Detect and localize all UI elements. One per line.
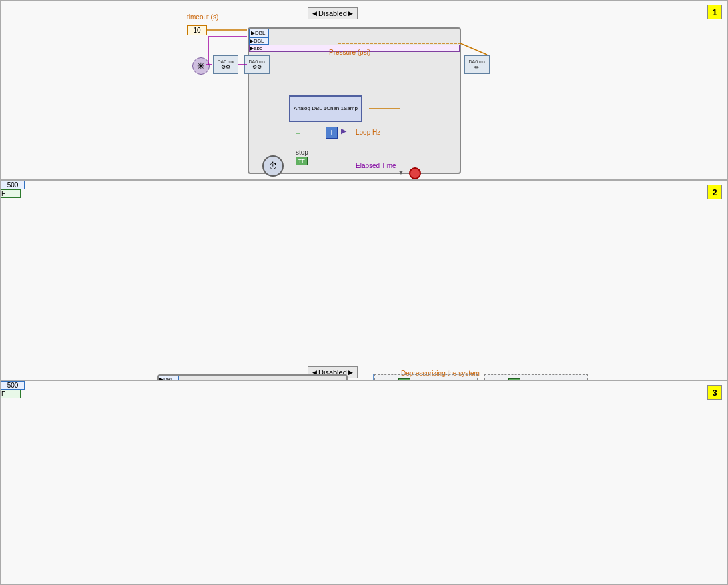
- arrow-1: ▶: [341, 127, 346, 135]
- panel-3: 3 Disabled Depressurizing the system 500…: [0, 380, 728, 585]
- daq-block-1b: DA0.mx ⚙⚙: [244, 55, 270, 74]
- disabled-btn-1[interactable]: Disabled: [308, 7, 358, 19]
- value-to-write-box-3: F: [1, 390, 21, 398]
- elapsed-label-1: Elapsed Time: [356, 162, 396, 169]
- panel-1-number: 1: [707, 5, 722, 19]
- daq-block-1c: DA0.mx ✏: [464, 55, 490, 74]
- stop-circle-1: [409, 167, 421, 179]
- panel-3-number: 3: [707, 385, 722, 400]
- stop-tf-1: TF: [296, 157, 308, 165]
- loop-hz-label-1: Loop Hz: [356, 129, 380, 136]
- timeout-value-1[interactable]: 10: [187, 25, 207, 35]
- timer-icon-1: ⏱: [262, 155, 284, 177]
- pressure-label-1: Pressure (psi): [329, 49, 370, 56]
- node-star-1: ✳: [192, 57, 210, 75]
- daq-block-1a: DA0.mx ⚙⚙: [213, 55, 238, 74]
- value-to-write-box-2: F: [1, 189, 21, 198]
- panel-2-number: 2: [707, 185, 722, 199]
- panel-2: 2 Disabled Depressurizing the system 500…: [0, 180, 728, 380]
- timeout-label-1: timeout (s): [187, 13, 218, 21]
- panel-1: 1 Disabled timeout (s) 10 Pressure (psi)…: [0, 0, 728, 180]
- loop-container-1: Pressure (psi) ▶DBL Analog DBL 1Chan 1Sa…: [248, 27, 461, 174]
- analog-block-1: Analog DBL 1Chan 1Samp: [289, 95, 362, 122]
- loop-hz-dbl-1: ▶DBL: [249, 37, 269, 45]
- val-500-2: 500: [1, 181, 25, 189]
- val-500-3: 500: [1, 381, 25, 390]
- v-indicator-1: ▼: [398, 169, 404, 176]
- i-indicator-1: i: [326, 127, 338, 139]
- stop-label-1: stop: [296, 149, 308, 156]
- dbl-box-1: ▶DBL: [249, 29, 269, 37]
